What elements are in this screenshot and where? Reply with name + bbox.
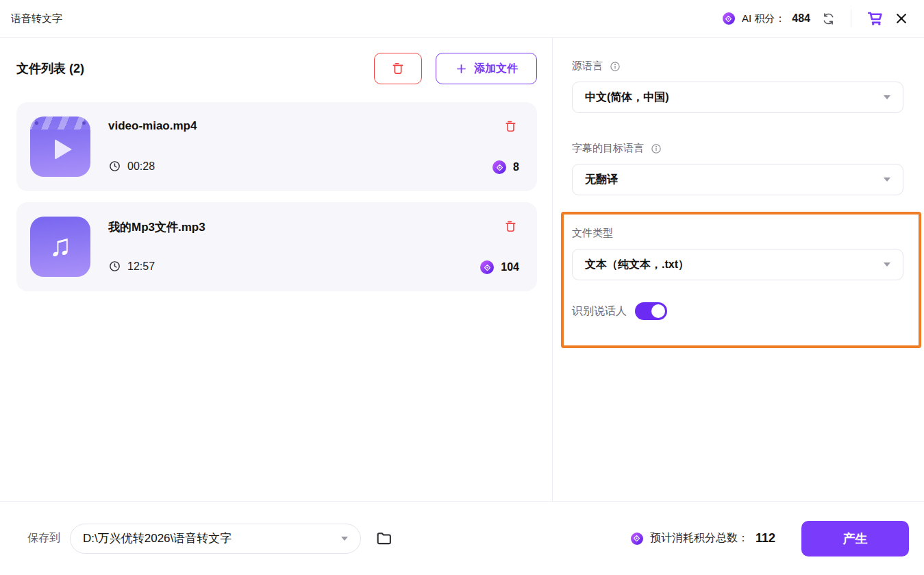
chevron-down-icon <box>884 95 890 99</box>
estimate-credits: 预计消耗积分总数： 112 <box>631 531 775 546</box>
chevron-down-icon <box>884 178 890 182</box>
highlighted-settings-box: 文件类型 文本（纯文本，.txt） 识别说话人 <box>561 212 921 348</box>
file-list-panel: 文件列表 (2) 添加文件 <box>0 38 552 501</box>
add-file-label: 添加文件 <box>474 62 518 76</box>
main-area: 文件列表 (2) 添加文件 <box>0 38 924 501</box>
play-icon <box>55 139 72 160</box>
target-language-label: 字幕的目标语言 <box>572 142 644 155</box>
trash-icon <box>390 61 405 76</box>
info-icon[interactable] <box>609 60 621 73</box>
close-icon <box>894 11 909 26</box>
save-path-select[interactable]: D:\万兴优转2026\语音转文字 <box>70 524 361 554</box>
credit-icon <box>492 160 506 174</box>
file-credits: 8 <box>492 160 519 174</box>
add-file-button[interactable]: 添加文件 <box>436 53 537 84</box>
file-row-audio[interactable]: ♫ 我的Mp3文件.mp3 12:57 <box>16 202 537 291</box>
file-duration-row: 12:57 <box>108 260 205 273</box>
credit-icon <box>480 260 494 274</box>
chevron-down-icon <box>341 537 348 541</box>
clock-icon <box>108 260 121 273</box>
file-type-label-row: 文件类型 <box>572 227 903 240</box>
ai-credits-icon <box>723 12 735 25</box>
chevron-down-icon <box>884 262 890 267</box>
cart-button[interactable] <box>865 8 886 29</box>
titlebar-right: AI 积分： 484 <box>723 8 910 29</box>
audio-thumbnail-icon: ♫ <box>30 217 90 277</box>
cart-icon <box>866 10 884 27</box>
file-credits-value: 104 <box>501 261 519 273</box>
file-row-right: 8 <box>492 116 519 178</box>
source-language-field: 源语言 中文(简体，中国) <box>572 60 903 113</box>
save-path-value: D:\万兴优转2026\语音转文字 <box>83 530 232 546</box>
delete-file-button[interactable] <box>502 118 519 135</box>
info-icon[interactable] <box>650 143 662 155</box>
file-name: 我的Mp3文件.mp3 <box>108 219 205 235</box>
speaker-recognition-toggle[interactable] <box>635 302 667 320</box>
titlebar: 语音转文字 AI 积分： 484 <box>0 0 924 38</box>
refresh-credits-button[interactable] <box>820 10 837 27</box>
trash-icon <box>503 219 518 234</box>
file-type-select[interactable]: 文本（纯文本，.txt） <box>572 249 903 280</box>
target-language-label-row: 字幕的目标语言 <box>572 142 903 155</box>
film-strip-decoration <box>30 117 90 130</box>
estimate-value: 112 <box>756 531 775 546</box>
ai-credits-label: AI 积分： <box>742 12 785 25</box>
speech-to-text-window: 语音转文字 AI 积分： 484 <box>0 0 924 575</box>
speaker-recognition-label: 识别说话人 <box>572 304 627 319</box>
target-language-value: 无翻译 <box>585 173 618 187</box>
folder-icon <box>375 529 394 548</box>
file-type-value: 文本（纯文本，.txt） <box>585 258 689 272</box>
source-language-select[interactable]: 中文(简体，中国) <box>572 82 903 113</box>
source-language-value: 中文(简体，中国) <box>585 90 669 105</box>
open-folder-button[interactable] <box>373 528 395 550</box>
settings-panel: 源语言 中文(简体，中国) 字幕的目标语言 <box>552 38 924 501</box>
source-language-label: 源语言 <box>572 60 603 73</box>
delete-file-button[interactable] <box>502 218 519 235</box>
refresh-icon <box>821 12 836 26</box>
file-info: 我的Mp3文件.mp3 12:57 <box>108 216 205 278</box>
file-rows: video-miao.mp4 00:28 <box>16 102 537 291</box>
file-list-title: 文件列表 (2) <box>16 60 84 77</box>
file-info: video-miao.mp4 00:28 <box>108 116 197 178</box>
source-language-label-row: 源语言 <box>572 60 903 73</box>
file-type-field: 文件类型 文本（纯文本，.txt） <box>572 227 903 280</box>
file-duration: 00:28 <box>127 160 155 173</box>
file-type-label: 文件类型 <box>572 227 613 240</box>
close-button[interactable] <box>892 10 910 27</box>
ai-credits-value: 484 <box>792 12 810 25</box>
footer-bar: 保存到 D:\万兴优转2026\语音转文字 预计消耗积分总数： 112 产生 <box>0 501 924 575</box>
file-list-header: 文件列表 (2) 添加文件 <box>16 53 537 84</box>
target-language-field: 字幕的目标语言 无翻译 <box>572 142 903 195</box>
file-name: video-miao.mp4 <box>108 119 197 133</box>
video-thumbnail-icon <box>30 117 90 177</box>
file-credits: 104 <box>480 260 519 274</box>
delete-all-button[interactable] <box>374 53 422 84</box>
music-note-icon: ♫ <box>49 230 72 260</box>
file-credits-value: 8 <box>513 161 519 173</box>
save-to-label: 保存到 <box>27 531 60 546</box>
trash-icon <box>503 119 518 134</box>
file-duration-row: 00:28 <box>108 160 197 173</box>
target-language-select[interactable]: 无翻译 <box>572 164 903 195</box>
plus-icon <box>455 62 468 75</box>
credit-icon <box>631 533 643 545</box>
file-row-video[interactable]: video-miao.mp4 00:28 <box>16 102 537 191</box>
estimate-label: 预计消耗积分总数： <box>650 531 749 546</box>
titlebar-divider <box>851 10 851 27</box>
file-row-right: 104 <box>480 216 519 278</box>
window-title: 语音转文字 <box>11 12 62 25</box>
file-duration: 12:57 <box>127 260 155 273</box>
speaker-recognition-field: 识别说话人 <box>572 302 903 320</box>
clock-icon <box>108 160 121 173</box>
generate-button[interactable]: 产生 <box>801 521 909 556</box>
file-list-actions: 添加文件 <box>374 53 537 84</box>
